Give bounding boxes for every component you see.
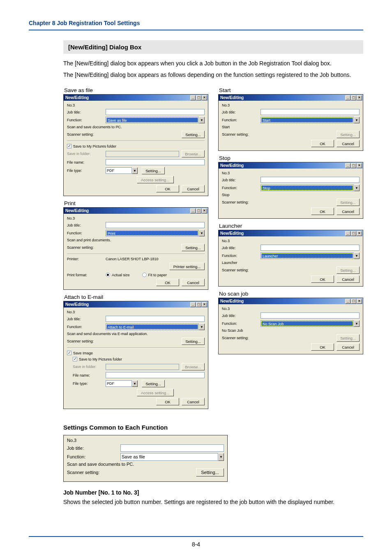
maximize-icon[interactable]: □: [351, 95, 356, 100]
cancel-button[interactable]: Cancel: [337, 343, 360, 351]
chevron-down-icon[interactable]: ▼: [132, 167, 138, 174]
file-setting-button[interactable]: Setting...: [142, 380, 165, 387]
chevron-down-icon[interactable]: ▼: [199, 230, 205, 236]
chevron-down-icon[interactable]: ▼: [132, 380, 138, 387]
setting-button[interactable]: Setting...: [182, 244, 205, 251]
minimize-icon[interactable]: _: [345, 231, 350, 236]
ok-button[interactable]: OK: [156, 398, 179, 405]
printer-setting-button[interactable]: Printer setting...: [169, 263, 205, 270]
label-job-title: Job title:: [67, 446, 120, 451]
minimize-icon[interactable]: _: [345, 163, 350, 168]
job-title-input[interactable]: [106, 109, 205, 115]
chevron-down-icon[interactable]: ▼: [199, 324, 205, 330]
job-title-input[interactable]: [261, 177, 360, 183]
file-type-select[interactable]: PDF▼: [106, 380, 138, 387]
chevron-down-icon[interactable]: ▼: [354, 185, 360, 191]
titlebar-text: New/Editing: [220, 299, 244, 303]
function-desc: Stop: [222, 193, 230, 197]
ok-button[interactable]: OK: [311, 140, 334, 147]
minimize-icon[interactable]: _: [190, 208, 196, 213]
function-value: Print: [106, 231, 198, 236]
checkbox-save-mypictures[interactable]: [73, 357, 77, 361]
close-icon[interactable]: ×: [357, 231, 362, 236]
dialog-launcher: New/Editing_□× No.3 Job title: Function:…: [218, 230, 363, 287]
function-select[interactable]: Launcher▼: [261, 252, 360, 259]
label-save-folder: Save in folder:: [67, 152, 106, 156]
function-select[interactable]: Attach to E-mail▼: [106, 324, 205, 330]
titlebar-text: New/Editing: [65, 95, 89, 100]
function-select[interactable]: Print▼: [106, 230, 205, 236]
chevron-down-icon[interactable]: ▼: [354, 320, 360, 327]
chevron-down-icon[interactable]: ▼: [354, 117, 360, 123]
file-name-input[interactable]: [106, 372, 205, 378]
job-title-input[interactable]: [120, 444, 224, 452]
cancel-button[interactable]: Cancel: [182, 279, 205, 286]
setting-button[interactable]: Setting...: [196, 468, 224, 476]
label-scanner-setting: Scanner setting:: [222, 268, 261, 272]
function-select[interactable]: Start▼: [261, 117, 360, 123]
label-function: Function:: [67, 325, 106, 329]
setting-button[interactable]: Setting...: [182, 131, 205, 138]
job-no: No.3: [67, 216, 106, 220]
maximize-icon[interactable]: □: [351, 231, 356, 236]
titlebar-text: New/Editing: [65, 208, 89, 213]
chevron-down-icon[interactable]: ▼: [199, 117, 205, 123]
ok-button[interactable]: OK: [311, 343, 334, 351]
close-icon[interactable]: ×: [202, 95, 207, 100]
radio-fit-paper[interactable]: [142, 273, 147, 277]
minimize-icon[interactable]: _: [190, 302, 196, 307]
setting-button[interactable]: Setting...: [182, 338, 205, 345]
cancel-button[interactable]: Cancel: [337, 275, 360, 283]
cancel-button[interactable]: Cancel: [337, 140, 360, 147]
checkbox-save-image[interactable]: [67, 351, 71, 355]
maximize-icon[interactable]: □: [351, 163, 356, 168]
close-icon[interactable]: ×: [202, 302, 207, 307]
jobnum-text: Shows the selected job button number. Se…: [63, 498, 363, 506]
maximize-icon[interactable]: □: [196, 95, 201, 100]
cancel-button[interactable]: Cancel: [182, 185, 205, 192]
minimize-icon[interactable]: _: [190, 95, 196, 100]
titlebar-text: New/Editing: [220, 231, 244, 236]
minimize-icon[interactable]: _: [345, 95, 350, 100]
function-desc: Launcher: [222, 261, 238, 265]
ok-button[interactable]: OK: [311, 208, 334, 215]
close-icon[interactable]: ×: [357, 299, 362, 304]
file-type-select[interactable]: PDF▼: [106, 167, 138, 174]
function-select[interactable]: Save as file▼: [106, 117, 205, 123]
dialog-noscan: New/Editing_□× No.3 Job title: Function:…: [218, 298, 363, 354]
titlebar-text: New/Editing: [65, 302, 89, 307]
close-icon[interactable]: ×: [202, 208, 207, 213]
dialog-stop: New/Editing_□× No.3 Job title: Function:…: [218, 162, 363, 219]
maximize-icon[interactable]: □: [196, 302, 201, 307]
function-select[interactable]: Save as file▼: [120, 453, 224, 460]
radio-actual-size[interactable]: [106, 273, 110, 277]
function-desc: Scan and print documents.: [67, 238, 111, 242]
checkbox-save-mypictures[interactable]: [67, 144, 71, 148]
label-scanner-setting: Scanner setting:: [67, 132, 106, 136]
maximize-icon[interactable]: □: [351, 299, 356, 304]
chevron-down-icon[interactable]: ▼: [218, 453, 224, 461]
file-type-value: PDF: [106, 381, 131, 386]
cancel-button[interactable]: Cancel: [182, 398, 205, 405]
function-value: Save as file: [121, 454, 218, 460]
job-title-input[interactable]: [261, 245, 360, 251]
cancel-button[interactable]: Cancel: [337, 208, 360, 215]
ok-button[interactable]: OK: [156, 279, 179, 286]
file-setting-button[interactable]: Setting...: [142, 167, 165, 174]
maximize-icon[interactable]: □: [196, 208, 201, 213]
job-title-input[interactable]: [106, 316, 205, 322]
file-name-input[interactable]: [106, 159, 205, 165]
close-icon[interactable]: ×: [357, 95, 362, 100]
label-fit-paper: Fit to paper: [148, 273, 167, 277]
function-select[interactable]: Stop▼: [261, 185, 360, 191]
ok-button[interactable]: OK: [156, 185, 179, 192]
label-function: Function:: [67, 454, 120, 459]
close-icon[interactable]: ×: [357, 163, 362, 168]
job-title-input[interactable]: [261, 109, 360, 115]
job-title-input[interactable]: [106, 222, 205, 228]
ok-button[interactable]: OK: [311, 275, 334, 283]
minimize-icon[interactable]: _: [345, 299, 350, 304]
chevron-down-icon[interactable]: ▼: [354, 252, 360, 259]
job-title-input[interactable]: [261, 312, 360, 319]
function-select[interactable]: No Scan Job▼: [261, 320, 360, 327]
